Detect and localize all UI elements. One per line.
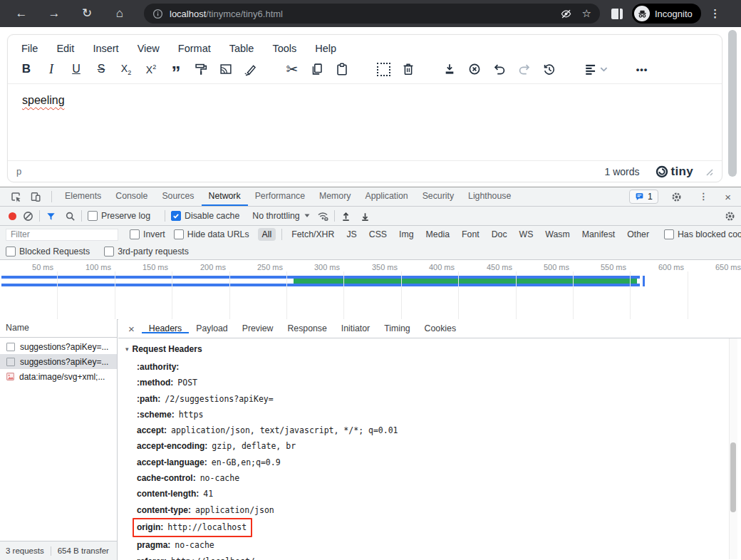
- superscript-icon[interactable]: X2: [142, 60, 160, 78]
- network-search-icon[interactable]: [65, 211, 76, 222]
- export-har-icon[interactable]: [360, 211, 370, 222]
- details-tab-response[interactable]: Response: [280, 323, 333, 333]
- devtools-tab-console[interactable]: Console: [108, 187, 155, 206]
- blocked-requests-checkbox[interactable]: [6, 247, 16, 256]
- network-overview-timeline[interactable]: 50 ms100 ms150 ms200 ms250 ms300 ms350 m…: [0, 260, 741, 320]
- request-row[interactable]: data:image/svg+xml;...: [0, 369, 117, 384]
- undo-icon[interactable]: [490, 60, 509, 78]
- bold-icon[interactable]: B: [17, 60, 36, 78]
- tiny-branding[interactable]: tiny: [656, 165, 693, 179]
- side-panel-icon[interactable]: [611, 9, 623, 19]
- menu-edit[interactable]: Edit: [56, 43, 74, 54]
- preserve-log-checkbox[interactable]: [88, 211, 98, 221]
- bookmark-star-icon[interactable]: ☆: [582, 7, 591, 20]
- export-icon[interactable]: [440, 60, 459, 78]
- details-tab-preview[interactable]: Preview: [235, 323, 281, 333]
- name-column-header[interactable]: Name: [0, 319, 117, 338]
- filter-funnel-icon[interactable]: [46, 211, 56, 222]
- request-headers-section[interactable]: ▾ Request Headers: [125, 344, 741, 354]
- page-embed-icon[interactable]: [217, 60, 235, 78]
- has-blocked-cookies-checkbox[interactable]: [664, 229, 674, 239]
- site-info-icon[interactable]: [152, 9, 163, 19]
- browser-menu-icon[interactable]: ⋮: [708, 7, 722, 20]
- details-tab-timing[interactable]: Timing: [377, 323, 417, 333]
- copy-icon[interactable]: [308, 60, 326, 78]
- third-party-requests-checkbox[interactable]: [104, 247, 114, 256]
- filter-chip-other[interactable]: Other: [623, 228, 653, 241]
- subscript-icon[interactable]: X2: [117, 60, 135, 78]
- clear-network-log-icon[interactable]: [23, 211, 33, 222]
- cut-icon[interactable]: ✂: [283, 60, 301, 78]
- invert-checkbox[interactable]: [130, 229, 140, 239]
- devtools-tab-network[interactable]: Network: [202, 187, 248, 206]
- filter-chip-doc[interactable]: Doc: [487, 228, 512, 241]
- devtools-menu-icon[interactable]: ⋮: [699, 192, 708, 202]
- more-options-icon[interactable]: •••: [633, 60, 651, 78]
- resize-handle-icon[interactable]: [705, 167, 713, 176]
- filter-chip-wasm[interactable]: Wasm: [541, 228, 574, 241]
- disable-cache-checkbox[interactable]: [171, 211, 181, 221]
- cancel-icon[interactable]: [465, 60, 484, 78]
- menu-view[interactable]: View: [138, 43, 160, 54]
- select-all-icon[interactable]: [374, 60, 393, 78]
- redo-icon[interactable]: [515, 60, 534, 78]
- menu-tools[interactable]: Tools: [272, 43, 296, 54]
- menu-file[interactable]: File: [21, 43, 38, 54]
- record-network-log-icon[interactable]: [9, 212, 16, 220]
- throttling-dropdown[interactable]: No throttling: [252, 211, 309, 221]
- permanent-pen-icon[interactable]: [242, 60, 260, 78]
- details-scrollbar-thumb[interactable]: [730, 442, 736, 512]
- devtools-tab-performance[interactable]: Performance: [248, 187, 312, 206]
- remove-icon[interactable]: [399, 60, 418, 78]
- align-left-dropdown-icon[interactable]: [581, 60, 610, 78]
- devtools-close-icon[interactable]: ×: [725, 191, 731, 203]
- filter-chip-all[interactable]: All: [258, 228, 276, 241]
- menu-table[interactable]: Table: [229, 43, 254, 54]
- network-settings-icon[interactable]: [725, 211, 735, 222]
- menu-help[interactable]: Help: [315, 43, 336, 54]
- filter-chip-media[interactable]: Media: [422, 228, 455, 241]
- devtools-tab-lighthouse[interactable]: Lighthouse: [461, 187, 518, 206]
- device-toolbar-icon[interactable]: [30, 191, 41, 202]
- devtools-tab-security[interactable]: Security: [415, 187, 461, 206]
- italic-icon[interactable]: I: [42, 60, 61, 78]
- paste-icon[interactable]: [333, 60, 351, 78]
- misspelled-word[interactable]: speeling: [22, 94, 65, 106]
- home-icon[interactable]: ⌂: [111, 0, 128, 27]
- import-har-icon[interactable]: [341, 211, 351, 222]
- filter-chip-font[interactable]: Font: [457, 228, 484, 241]
- hide-data-urls-checkbox[interactable]: [174, 229, 184, 239]
- details-tab-initiator[interactable]: Initiator: [334, 323, 377, 333]
- back-icon[interactable]: ←: [13, 0, 30, 27]
- filter-chip-fetch-xhr[interactable]: Fetch/XHR: [287, 228, 338, 241]
- restore-draft-icon[interactable]: [540, 60, 559, 78]
- url-bar[interactable]: localhost/tinymce/tiny6.html ☆: [144, 4, 600, 24]
- details-tab-payload[interactable]: Payload: [189, 323, 234, 333]
- menu-insert[interactable]: Insert: [93, 43, 118, 54]
- devtools-tab-elements[interactable]: Elements: [58, 187, 108, 206]
- strikethrough-icon[interactable]: S: [92, 60, 110, 78]
- blockquote-icon[interactable]: ”: [167, 60, 185, 78]
- devtools-tab-sources[interactable]: Sources: [155, 187, 201, 206]
- filter-chip-css[interactable]: CSS: [365, 228, 391, 241]
- filter-chip-ws[interactable]: WS: [515, 228, 538, 241]
- filter-chip-js[interactable]: JS: [342, 228, 361, 241]
- network-conditions-icon[interactable]: [317, 210, 328, 222]
- request-row[interactable]: suggestions?apiKey=...: [0, 339, 117, 354]
- filter-input[interactable]: [6, 229, 118, 241]
- details-scrollbar[interactable]: [729, 338, 737, 559]
- inspect-element-icon[interactable]: [10, 191, 21, 202]
- reload-icon[interactable]: ↻: [78, 0, 95, 27]
- devtools-tab-application[interactable]: Application: [358, 187, 415, 206]
- tracking-protection-icon[interactable]: [560, 8, 572, 20]
- forward-icon[interactable]: →: [46, 0, 63, 27]
- menu-format[interactable]: Format: [178, 43, 211, 54]
- details-tab-cookies[interactable]: Cookies: [418, 323, 463, 333]
- underline-icon[interactable]: U: [67, 60, 86, 78]
- editor-content-area[interactable]: speeling: [8, 83, 722, 144]
- devtools-settings-icon[interactable]: [671, 192, 682, 202]
- filter-chip-img[interactable]: Img: [395, 228, 418, 241]
- devtools-tab-memory[interactable]: Memory: [312, 187, 358, 206]
- format-painter-icon[interactable]: [192, 60, 210, 78]
- issues-badge[interactable]: 1: [629, 190, 658, 204]
